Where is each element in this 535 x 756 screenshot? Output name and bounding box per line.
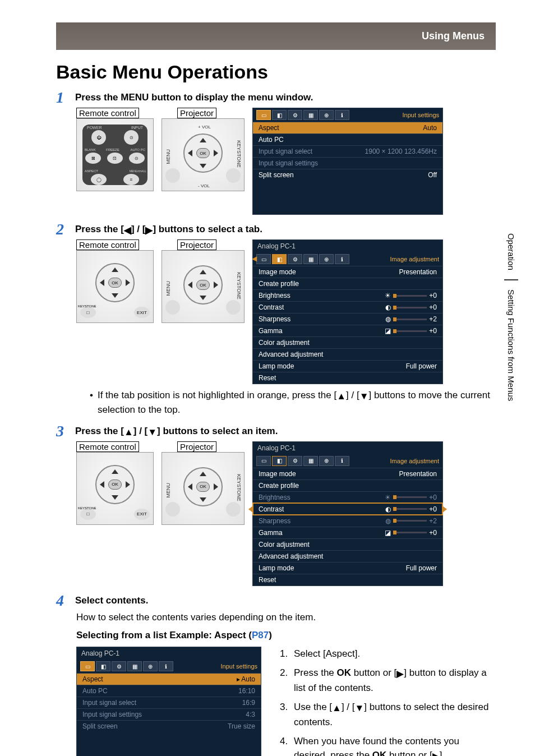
osd2-tab6-info: ℹ xyxy=(335,254,349,264)
aspect-label: ASPECT xyxy=(85,169,98,173)
freeze-icon: ⊡ xyxy=(107,153,123,164)
osd-row: Create profile xyxy=(253,480,442,491)
osd-row-label: Create profile xyxy=(259,482,299,490)
header-section: Using Menus xyxy=(56,22,496,50)
osd-row-label: Lamp mode xyxy=(259,564,294,572)
osd-row-label: Reset xyxy=(259,374,276,382)
ok-button-icon: OK xyxy=(108,278,122,288)
osd-screenshot-2: Analog PC-1 ◀ ▭ ◧ ⚙ ▦ ⊕ ℹ Image adjustme… xyxy=(252,239,443,384)
ok-button-icon: OK xyxy=(196,482,210,492)
osd2-tab2-active: ◧ xyxy=(272,254,287,264)
osd-row-value: ◐+0 xyxy=(385,505,437,513)
dpad-left-icon xyxy=(188,282,192,288)
dpad-down-icon xyxy=(200,164,206,168)
step1-projector-label: Projector xyxy=(177,108,216,118)
osd-row-value: ☀+0 xyxy=(385,292,437,299)
step2-projector-label: Projector xyxy=(177,239,216,250)
osd-row-value: ◍+2 xyxy=(385,517,437,525)
remote-illustration-1: ⏻ ⊙ ⊠ ⊡ ⊙ ◯ ≡ POWER INPUT BLANK F xyxy=(76,118,154,191)
osd4-tab2: ◧ xyxy=(96,661,110,671)
instr-3: Use the [▲] / [▼] buttons to select the … xyxy=(290,700,496,730)
osd2-tab1: ▭ xyxy=(256,254,271,264)
keystone-side-label: KEYSTONE xyxy=(236,474,242,501)
osd-row: Input signal select1900 × 1200 123.456Hz xyxy=(253,145,442,157)
osd4-tab1-active: ▭ xyxy=(80,661,95,671)
osd-row: Auto PC16:10 xyxy=(77,685,261,697)
osd-row: Input signal settings4:3 xyxy=(77,708,261,720)
dpad-right-icon xyxy=(214,150,218,156)
osd-row: Split screenOff xyxy=(253,169,442,181)
osd-row: Reset xyxy=(253,574,442,586)
osd-row-value: ◐+0 xyxy=(385,303,437,311)
remote-illustration-2: OK □ EXIT KEYSTONE xyxy=(76,250,154,323)
osd3-tab-label: Image adjustment xyxy=(390,458,439,464)
step1-text: Press the MENU button to display the men… xyxy=(75,90,313,103)
osd-row-value: True size xyxy=(228,722,255,730)
osd-row-label: Sharpness xyxy=(259,315,290,323)
osd4-tab6-info: ℹ xyxy=(159,661,173,671)
exit-icon: EXIT xyxy=(134,307,150,318)
osd-row: Lamp modeFull power xyxy=(253,360,442,372)
osd3-tab1: ▭ xyxy=(256,456,271,466)
osd-row: Aspect▸ Auto xyxy=(77,673,261,685)
osd-row: AspectAuto xyxy=(253,122,442,133)
osd-row: Brightness☀+0 xyxy=(253,491,442,503)
dpad-down-icon xyxy=(200,296,206,300)
keystone-small-icon: □ xyxy=(80,307,96,318)
osd3-tab3: ⚙ xyxy=(288,456,302,466)
keystone-side-label: KEYSTONE xyxy=(236,140,242,168)
instr-4: When you have found the contents you des… xyxy=(290,734,496,756)
osd1-tab6-info: ℹ xyxy=(335,110,349,120)
osd-row: Advanced adjustment xyxy=(253,348,442,360)
keystone-button-icon xyxy=(226,300,241,315)
power-icon: ⏻ xyxy=(91,130,106,145)
osd2-tab4: ▦ xyxy=(303,254,318,264)
osd-row-label: Create profile xyxy=(259,280,299,288)
osd1-tab3: ⚙ xyxy=(288,110,302,120)
instr-2: Press the OK button or [▶] button to dis… xyxy=(290,666,496,695)
osd3-tab6-info: ℹ xyxy=(335,456,349,466)
down-arrow-icon: ▼ xyxy=(355,701,365,716)
osd-row-label: Auto PC xyxy=(82,687,108,695)
projector-illustration-2: OK MENU KEYSTONE xyxy=(162,250,245,323)
aspect-icon: ◯ xyxy=(91,174,107,185)
keystone-small-icon: □ xyxy=(80,509,96,520)
osd-row: Color adjustment xyxy=(253,336,442,348)
osd-row: Lamp modeFull power xyxy=(253,562,442,574)
step4-text: Select contents. xyxy=(75,593,148,606)
osd2-title: Analog PC-1 xyxy=(253,240,442,252)
osd-row: Contrast◐+0 xyxy=(253,503,442,515)
side-tab-operation: Operation xyxy=(504,224,518,279)
osd-row-label: Input signal select xyxy=(259,147,312,155)
dpad-down-icon xyxy=(112,495,118,500)
osd-row: Gamma◪+0 xyxy=(253,325,442,336)
keystone-lc-label: KEYSTONE xyxy=(78,506,96,510)
osd2-tab-label: Image adjustment xyxy=(390,256,439,262)
ok-button-icon: OK xyxy=(108,480,122,490)
up-arrow-icon: ▲ xyxy=(332,701,342,716)
up-arrow-icon: ▲ xyxy=(124,427,133,438)
right-arrow-icon: ▶ xyxy=(432,749,440,756)
autopc-label: AUTO PC xyxy=(130,148,145,151)
osd-row-value: Off xyxy=(428,171,437,179)
osd-row-label: Split screen xyxy=(82,722,118,730)
osd-screenshot-4: Analog PC-1 ▭ ◧ ⚙ ▦ ⊕ ℹ Input settings A… xyxy=(76,647,261,756)
menu-side-label: MENU xyxy=(165,483,171,498)
osd-row-label: Reset xyxy=(259,576,276,584)
osd4-tab3: ⚙ xyxy=(112,661,126,671)
osd1-tab2: ◧ xyxy=(272,110,287,120)
p87-link[interactable]: P87 xyxy=(252,630,269,640)
osd1-tab4: ▦ xyxy=(303,110,318,120)
osd-row-label: Color adjustment xyxy=(259,541,310,548)
osd-row: Input signal select16:9 xyxy=(77,697,261,708)
osd-row: Image modePresentation xyxy=(253,266,442,278)
step1-remote-label: Remote control xyxy=(76,108,139,118)
autopc-icon: ⊙ xyxy=(129,153,145,164)
step2-number: 2 xyxy=(56,222,75,237)
osd-row: Sharpness◍+2 xyxy=(253,515,442,527)
menu-icon: ≡ xyxy=(123,174,139,185)
dpad-left-icon xyxy=(100,279,104,286)
osd3-tab2-active: ◧ xyxy=(272,456,287,466)
osd2-tab5: ⊕ xyxy=(319,254,334,264)
osd-row-value: ◪+0 xyxy=(385,529,437,537)
